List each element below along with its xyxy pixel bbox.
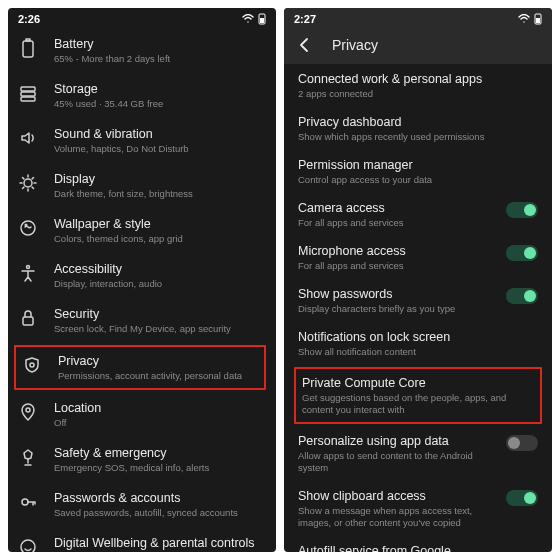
row-title: Microphone access	[298, 243, 496, 259]
privacy-row[interactable]: Private Compute Core Get suggestions bas…	[298, 373, 538, 418]
svg-rect-3	[26, 39, 30, 41]
row-subtitle: 2 apps connected	[298, 87, 538, 100]
svg-point-12	[30, 363, 34, 367]
row-title: Sound & vibration	[54, 126, 268, 142]
sound-icon	[16, 126, 40, 148]
privacy-row[interactable]: Show passwords Display characters briefl…	[292, 279, 544, 322]
row-title: Autofill service from Google	[298, 543, 538, 552]
wallpaper-icon	[16, 216, 40, 238]
settings-row-security[interactable]: Security Screen lock, Find My Device, ap…	[12, 298, 272, 343]
row-title: Personalize using app data	[298, 433, 496, 449]
toggle-switch[interactable]	[506, 202, 538, 218]
settings-screen: 2:26 Battery 65% - More than 2 days left…	[8, 8, 276, 552]
row-title: Privacy	[58, 353, 260, 369]
svg-rect-17	[536, 18, 540, 23]
toggle-switch[interactable]	[506, 490, 538, 506]
settings-row-safety[interactable]: Safety & emergency Emergency SOS, medica…	[12, 437, 272, 482]
screen-header: Privacy	[284, 28, 552, 64]
passwords-icon	[16, 490, 40, 512]
settings-row-location[interactable]: Location Off	[12, 392, 272, 437]
back-icon[interactable]	[296, 36, 314, 54]
status-bar: 2:26	[8, 8, 276, 28]
row-subtitle: Display characters briefly as you type	[298, 302, 496, 315]
battery-status-icon	[534, 13, 542, 25]
toggle-switch[interactable]	[506, 245, 538, 261]
settings-row-passwords[interactable]: Passwords & accounts Saved passwords, au…	[12, 482, 272, 527]
privacy-row[interactable]: Permission manager Control app access to…	[292, 150, 544, 193]
privacy-row[interactable]: Personalize using app data Allow apps to…	[292, 426, 544, 481]
privacy-row[interactable]: Notifications on lock screen Show all no…	[292, 322, 544, 365]
row-title: Security	[54, 306, 268, 322]
svg-point-13	[26, 408, 30, 412]
settings-row-accessibility[interactable]: Accessibility Display, interaction, audi…	[12, 253, 272, 298]
screen-title: Privacy	[332, 37, 378, 53]
row-subtitle	[54, 551, 268, 552]
status-bar: 2:27	[284, 8, 552, 28]
storage-icon	[16, 81, 40, 103]
wifi-icon	[242, 14, 254, 24]
svg-point-14	[22, 499, 28, 505]
location-icon	[16, 400, 40, 422]
highlight-box: Privacy Permissions, account activity, p…	[14, 345, 266, 390]
row-subtitle: Colors, themed icons, app grid	[54, 232, 268, 245]
svg-rect-4	[21, 87, 35, 91]
row-title: Private Compute Core	[302, 375, 534, 391]
svg-point-9	[25, 224, 27, 226]
row-title: Permission manager	[298, 157, 538, 173]
row-title: Passwords & accounts	[54, 490, 268, 506]
row-title: Location	[54, 400, 268, 416]
row-title: Camera access	[298, 200, 496, 216]
row-subtitle: Show all notification content	[298, 345, 538, 358]
row-subtitle: Dark theme, font size, brightness	[54, 187, 268, 200]
battery-status-icon	[258, 13, 266, 25]
row-title: Safety & emergency	[54, 445, 268, 461]
accessibility-icon	[16, 261, 40, 283]
clock: 2:26	[18, 13, 40, 25]
row-subtitle: Permissions, account activity, personal …	[58, 369, 260, 382]
row-subtitle: Saved passwords, autofill, synced accoun…	[54, 506, 268, 519]
row-subtitle: Emergency SOS, medical info, alerts	[54, 461, 268, 474]
row-title: Show passwords	[298, 286, 496, 302]
privacy-row[interactable]: Connected work & personal apps 2 apps co…	[292, 64, 544, 107]
row-subtitle: Show a message when apps access text, im…	[298, 504, 496, 529]
security-icon	[16, 306, 40, 328]
settings-row-sound[interactable]: Sound & vibration Volume, haptics, Do No…	[12, 118, 272, 163]
safety-icon	[16, 445, 40, 467]
svg-rect-11	[23, 317, 33, 325]
row-subtitle: 65% - More than 2 days left	[54, 52, 268, 65]
row-title: Wallpaper & style	[54, 216, 268, 232]
row-title: Digital Wellbeing & parental controls	[54, 535, 268, 551]
wifi-icon	[518, 14, 530, 24]
status-icons	[518, 13, 542, 25]
battery-icon	[16, 36, 40, 58]
svg-point-10	[27, 266, 30, 269]
row-subtitle: Off	[54, 416, 268, 429]
row-title: Privacy dashboard	[298, 114, 538, 130]
privacy-row[interactable]: Privacy dashboard Show which apps recent…	[292, 107, 544, 150]
svg-rect-1	[260, 18, 264, 23]
svg-rect-6	[21, 97, 35, 101]
privacy-row[interactable]: Microphone access For all apps and servi…	[292, 236, 544, 279]
highlight-box: Private Compute Core Get suggestions bas…	[294, 367, 542, 424]
settings-row-wellbeing[interactable]: Digital Wellbeing & parental controls	[12, 527, 272, 552]
privacy-row[interactable]: Autofill service from Google	[292, 536, 544, 552]
settings-row-battery[interactable]: Battery 65% - More than 2 days left	[12, 28, 272, 73]
privacy-row[interactable]: Camera access For all apps and services	[292, 193, 544, 236]
settings-row-storage[interactable]: Storage 45% used · 35.44 GB free	[12, 73, 272, 118]
toggle-switch[interactable]	[506, 288, 538, 304]
settings-row-display[interactable]: Display Dark theme, font size, brightnes…	[12, 163, 272, 208]
row-title: Storage	[54, 81, 268, 97]
clock: 2:27	[294, 13, 316, 25]
row-title: Notifications on lock screen	[298, 329, 538, 345]
status-icons	[242, 13, 266, 25]
svg-point-7	[24, 179, 32, 187]
privacy-screen: 2:27 Privacy Connected work & personal a…	[284, 8, 552, 552]
settings-row-privacy[interactable]: Privacy Permissions, account activity, p…	[18, 353, 262, 382]
row-subtitle: Display, interaction, audio	[54, 277, 268, 290]
privacy-row[interactable]: Show clipboard access Show a message whe…	[292, 481, 544, 536]
row-title: Show clipboard access	[298, 488, 496, 504]
settings-row-wallpaper[interactable]: Wallpaper & style Colors, themed icons, …	[12, 208, 272, 253]
row-title: Display	[54, 171, 268, 187]
toggle-switch[interactable]	[506, 435, 538, 451]
row-subtitle: Screen lock, Find My Device, app securit…	[54, 322, 268, 335]
